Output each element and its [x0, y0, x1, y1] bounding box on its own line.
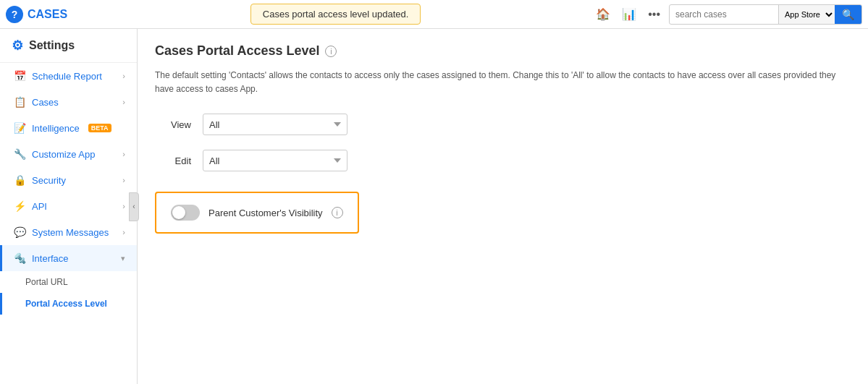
logo-icon: ? — [6, 6, 23, 23]
notification-bar: Cases portal access level updated. — [250, 4, 421, 25]
search-input[interactable] — [670, 9, 778, 20]
customize-app-icon: 🔧 — [14, 148, 26, 160]
sidebar-item-interface[interactable]: 🔩 Interface ▾ — [0, 245, 137, 271]
sidebar-item-customize-app[interactable]: 🔧 Customize App › — [0, 141, 137, 167]
arrow-icon: › — [122, 150, 125, 158]
edit-select[interactable]: All Contacts — [203, 150, 347, 171]
toggle-info-icon[interactable]: i — [332, 207, 343, 218]
sidebar-subitem-portal-access-level[interactable]: Portal Access Level — [0, 293, 137, 315]
chevron-down-icon: ▾ — [121, 254, 125, 263]
schedule-report-icon: 📅 — [14, 70, 26, 82]
more-button[interactable]: ••• — [645, 5, 663, 24]
chart-button[interactable]: 📊 — [619, 4, 639, 24]
arrow-icon: › — [122, 228, 125, 236]
api-icon: ⚡ — [14, 200, 26, 212]
page-title-row: Cases Portal Access Level i — [155, 43, 851, 59]
sidebar-header: ⚙ Settings — [0, 29, 137, 63]
edit-form-row: Edit All Contacts — [155, 150, 851, 171]
interface-icon: 🔩 — [14, 252, 26, 264]
security-icon: 🔒 — [14, 174, 26, 186]
description-text: The default setting 'Contacts' allows th… — [155, 69, 843, 96]
main-content: Cases Portal Access Level i The default … — [138, 29, 868, 384]
sidebar: ⚙ Settings 📅 Schedule Report › 📋 Cases ›… — [0, 29, 138, 384]
topnav: ? CASES Cases portal access level update… — [0, 0, 868, 29]
view-label: View — [155, 119, 191, 130]
app-selector[interactable]: App Store — [778, 5, 835, 24]
view-select[interactable]: All Contacts — [203, 114, 347, 135]
sidebar-item-schedule-report[interactable]: 📅 Schedule Report › — [0, 63, 137, 89]
home-button[interactable]: 🏠 — [593, 4, 613, 24]
intelligence-icon: 📝 — [14, 122, 26, 134]
app-title: CASES — [28, 8, 67, 21]
system-messages-icon: 💬 — [14, 226, 26, 238]
parent-customer-visibility-toggle[interactable] — [171, 205, 200, 221]
sidebar-item-security[interactable]: 🔒 Security › — [0, 167, 137, 193]
layout: ⚙ Settings 📅 Schedule Report › 📋 Cases ›… — [0, 29, 868, 384]
sidebar-collapse-button[interactable]: ‹ — [129, 192, 139, 221]
app-logo: ? CASES — [6, 6, 78, 23]
beta-badge: BETA — [88, 124, 111, 132]
toggle-label: Parent Customer's Visibility — [208, 208, 323, 218]
settings-icon: ⚙ — [12, 38, 23, 54]
page-title: Cases Portal Access Level — [155, 43, 319, 59]
parent-customer-visibility-card: Parent Customer's Visibility i — [155, 192, 359, 234]
arrow-icon: › — [122, 72, 125, 80]
topnav-icons: 🏠 📊 ••• — [593, 4, 663, 24]
arrow-icon: › — [122, 176, 125, 184]
page-title-info-icon[interactable]: i — [325, 46, 337, 57]
arrow-icon: › — [122, 202, 125, 210]
sidebar-item-intelligence[interactable]: 📝 Intelligence BETA — [0, 115, 137, 141]
search-button[interactable]: 🔍 — [835, 4, 861, 25]
sidebar-item-system-messages[interactable]: 💬 System Messages › — [0, 219, 137, 245]
sidebar-subitem-portal-url[interactable]: Portal URL — [0, 271, 137, 293]
sidebar-item-cases[interactable]: 📋 Cases › — [0, 89, 137, 115]
search-area: App Store 🔍 — [669, 4, 862, 25]
arrow-icon: › — [122, 98, 125, 106]
cases-icon: 📋 — [14, 96, 26, 108]
edit-label: Edit — [155, 155, 191, 166]
view-form-row: View All Contacts — [155, 114, 851, 135]
sidebar-item-api[interactable]: ⚡ API › — [0, 193, 137, 219]
